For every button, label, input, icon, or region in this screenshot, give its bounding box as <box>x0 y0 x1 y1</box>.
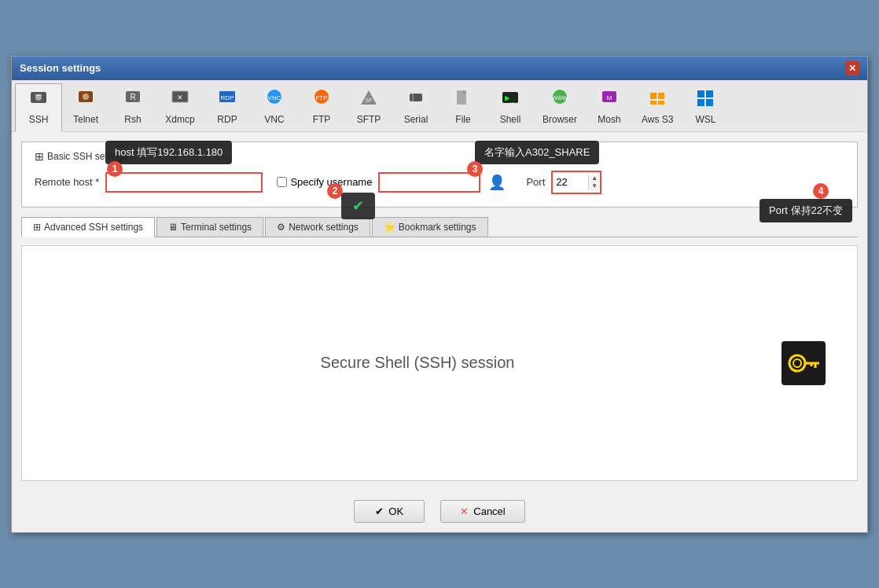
toolbar-item-telnet[interactable]: Telnet <box>62 83 109 131</box>
checkmark-bubble: ✔ <box>341 193 375 219</box>
session-settings-dialog: Session settings ✕ SSH Telnet R Rsh ✕ <box>11 56 868 533</box>
session-label: Secure Shell (SSH) session <box>53 354 782 372</box>
svg-rect-2 <box>35 94 42 96</box>
close-button[interactable]: ✕ <box>845 61 859 75</box>
svg-rect-31 <box>697 90 704 97</box>
port-input[interactable] <box>553 172 588 193</box>
content-area: ⊞ Basic SSH settings Remote host * 1 hos… <box>12 132 867 491</box>
tab-bookmark-settings-label: Bookmark settings <box>399 222 476 233</box>
svg-rect-27 <box>650 93 656 99</box>
vnc-label: VNC <box>264 114 284 125</box>
rdp-label: RDP <box>217 114 237 125</box>
remote-host-input[interactable] <box>105 172 263 193</box>
remote-host-label: Remote host * <box>35 176 99 188</box>
svg-point-4 <box>83 94 89 100</box>
dialog-title: Session settings <box>20 62 101 74</box>
section-icon: ⊞ <box>35 150 44 163</box>
tab-network-settings[interactable]: ⚙ Network settings <box>265 217 370 237</box>
basic-ssh-section: ⊞ Basic SSH settings Remote host * 1 hos… <box>21 141 858 208</box>
toolbar-item-mosh[interactable]: M Mosh <box>586 83 633 131</box>
ftp-label: FTP <box>313 114 331 125</box>
svg-rect-17 <box>410 94 422 101</box>
toolbar-item-shell[interactable]: ▶_ Shell <box>487 83 534 131</box>
sftp-label: SFTP <box>357 114 381 125</box>
rsh-icon: R <box>123 89 142 111</box>
svg-text:WWW: WWW <box>552 95 568 101</box>
specify-username-checkbox[interactable] <box>277 177 287 187</box>
step1-badge: 1 <box>107 161 123 177</box>
port-spinbox: ▲ ▼ <box>551 171 601 194</box>
ftp-icon: FTP <box>312 89 331 111</box>
toolbar-item-aws-s3[interactable]: Aws S3 <box>633 83 682 131</box>
tab-advanced-ssh[interactable]: ⊞ Advanced SSH settings <box>21 217 155 237</box>
advanced-ssh-icon: ⊞ <box>33 222 41 233</box>
section-title: ⊞ Basic SSH settings <box>35 150 844 163</box>
ok-label: OK <box>388 505 403 517</box>
toolbar-item-rsh[interactable]: R Rsh <box>109 83 156 131</box>
network-settings-icon: ⚙ <box>277 222 285 233</box>
toolbar-item-serial[interactable]: Serial <box>392 83 440 131</box>
tab-terminal-settings[interactable]: 🖥 Terminal settings <box>156 217 263 237</box>
wsl-icon <box>696 89 715 111</box>
svg-text:SF: SF <box>366 97 373 103</box>
toolbar-item-wsl[interactable]: WSL <box>682 83 729 131</box>
svg-rect-29 <box>650 101 656 105</box>
cancel-label: Cancel <box>473 505 505 517</box>
sftp-icon: SF <box>359 89 378 111</box>
svg-rect-34 <box>706 99 713 106</box>
form-row: Remote host * 1 host 填写192.168.1.180 Spe… <box>35 171 844 194</box>
svg-text:FTP: FTP <box>315 94 327 101</box>
tab-terminal-settings-label: Terminal settings <box>181 222 252 233</box>
specify-username-checkbox-label[interactable]: Specify username <box>277 176 372 188</box>
ok-button[interactable]: ✔ OK <box>354 500 425 523</box>
bookmark-settings-icon: ⭐ <box>384 222 395 233</box>
ssh-label: SSH <box>29 114 49 125</box>
browser-label: Browser <box>542 114 577 125</box>
svg-rect-30 <box>658 101 664 105</box>
port-label: Port <box>526 176 545 188</box>
svg-point-35 <box>789 355 805 371</box>
toolbar-item-file[interactable]: File <box>440 83 487 131</box>
shell-icon: ▶_ <box>501 89 520 111</box>
toolbar-item-xdmcp[interactable]: ✕ Xdmcp <box>156 83 204 131</box>
shell-label: Shell <box>500 114 521 125</box>
tab-network-settings-label: Network settings <box>289 222 359 233</box>
terminal-settings-icon: 🖥 <box>168 222 178 233</box>
step3-badge: 3 <box>467 161 483 177</box>
toolbar-item-ssh[interactable]: SSH <box>15 83 62 132</box>
vnc-icon: VNC <box>265 89 284 111</box>
serial-icon <box>406 89 425 111</box>
toolbar-item-vnc[interactable]: VNC VNC <box>251 83 298 131</box>
tab-bookmark-settings[interactable]: ⭐ Bookmark settings <box>372 217 488 237</box>
file-label: File <box>455 114 470 125</box>
telnet-icon <box>76 89 95 111</box>
mosh-label: Mosh <box>598 114 620 125</box>
svg-text:VNC: VNC <box>268 94 281 101</box>
svg-text:▶_: ▶_ <box>505 93 516 103</box>
aws-s3-icon <box>648 89 667 111</box>
toolbar-item-rdp[interactable]: RDP RDP <box>204 83 251 131</box>
tab-advanced-ssh-label: Advanced SSH settings <box>44 222 143 233</box>
svg-text:M: M <box>607 94 612 101</box>
serial-label: Serial <box>404 114 428 125</box>
title-bar: Session settings ✕ <box>12 57 867 80</box>
port-up-button[interactable]: ▲ <box>589 175 600 182</box>
username-input[interactable] <box>378 172 480 193</box>
ssh-key-icon <box>782 341 826 385</box>
mosh-icon: M <box>600 89 619 111</box>
svg-point-36 <box>793 359 801 367</box>
section-title-text: Basic SSH settings <box>47 151 127 162</box>
rdp-icon: RDP <box>218 89 237 111</box>
browser-icon: WWW <box>550 89 569 111</box>
ssh-icon <box>29 89 48 111</box>
user-icon-button[interactable]: 👤 <box>487 174 507 191</box>
toolbar-item-browser[interactable]: WWW Browser <box>534 83 586 131</box>
tabs-bar: ⊞ Advanced SSH settings 🖥 Terminal setti… <box>21 217 858 237</box>
tab-content-area: Secure Shell (SSH) session <box>21 245 858 481</box>
toolbar-item-ftp[interactable]: FTP FTP <box>298 83 345 131</box>
port-down-button[interactable]: ▼ <box>589 182 600 190</box>
file-icon <box>454 89 473 111</box>
xdmcp-icon: ✕ <box>171 89 189 111</box>
toolbar-item-sftp[interactable]: SF SFTP <box>345 83 392 131</box>
cancel-button[interactable]: ✕ Cancel <box>440 500 524 523</box>
